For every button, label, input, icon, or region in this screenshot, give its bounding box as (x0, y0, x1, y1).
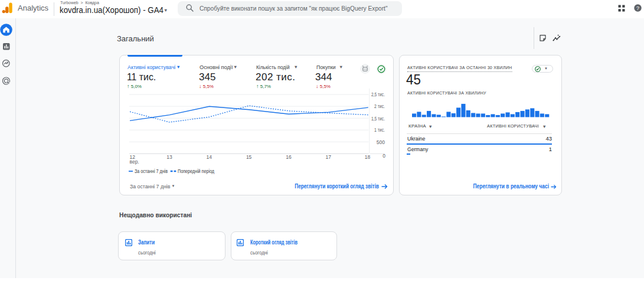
svg-text:2,5 тис.: 2,5 тис. (371, 92, 385, 97)
svg-text:вер.: вер. (130, 159, 139, 165)
svg-text:2 тис.: 2 тис. (374, 103, 385, 109)
svg-text:14: 14 (207, 154, 213, 160)
svg-text:За останні 7 днів: За останні 7 днів (135, 168, 168, 174)
svg-text:13: 13 (166, 154, 172, 160)
svg-text:?: ? (636, 5, 639, 11)
svg-text:Попередній період: Попередній період (178, 168, 215, 174)
svg-text:1,5 тис.: 1,5 тис. (371, 116, 385, 122)
svg-text:15: 15 (246, 154, 252, 160)
svg-text:16: 16 (286, 154, 292, 160)
svg-text:18: 18 (365, 154, 371, 160)
svg-text:0: 0 (383, 153, 385, 159)
svg-text:500: 500 (377, 139, 385, 145)
svg-text:17: 17 (326, 154, 332, 160)
svg-text:1 тис.: 1 тис. (374, 127, 385, 133)
